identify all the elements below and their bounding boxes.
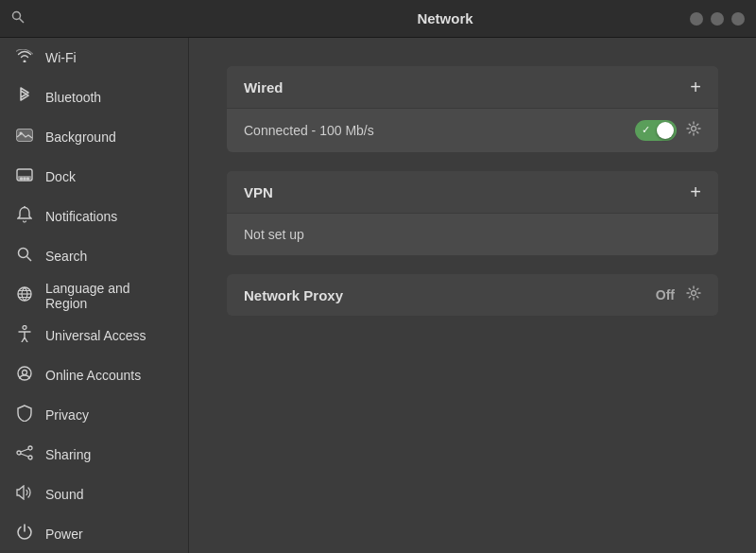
sidebar-item-privacy[interactable]: Privacy	[0, 395, 188, 435]
wired-toggle[interactable]: ✓	[635, 120, 677, 141]
window-btn-maximize[interactable]	[731, 12, 745, 26]
sidebar-item-wifi-label: Wi-Fi	[45, 50, 173, 65]
sidebar-item-bluetooth-label: Bluetooth	[45, 90, 173, 105]
svg-point-21	[17, 451, 21, 455]
proxy-section-title: Network Proxy	[244, 287, 343, 303]
proxy-gear-button[interactable]	[686, 285, 701, 304]
wired-connection-row: Connected - 100 Mb/s ✓	[227, 108, 718, 152]
sidebar-item-privacy-label: Privacy	[45, 407, 173, 423]
sidebar-item-background-label: Background	[45, 130, 173, 145]
svg-line-1	[20, 19, 25, 24]
svg-point-19	[23, 371, 27, 375]
sidebar-item-language[interactable]: Language and Region	[0, 276, 188, 316]
titlebar-search-icon	[11, 10, 25, 26]
titlebar-search-area	[11, 10, 200, 26]
accounts-icon	[15, 366, 34, 385]
sidebar-item-background[interactable]: Background	[0, 117, 188, 157]
vpn-section-title: VPN	[244, 184, 273, 200]
sidebar-item-access-label: Universal Access	[45, 328, 173, 343]
bluetooth-icon	[15, 87, 34, 108]
privacy-icon	[15, 405, 34, 425]
vpn-empty-label: Not set up	[227, 213, 718, 255]
svg-point-22	[28, 456, 32, 459]
sidebar-item-dock[interactable]: Dock	[0, 157, 188, 197]
svg-point-33	[692, 127, 696, 131]
sidebar-item-notifications-label: Notifications	[45, 209, 173, 224]
wired-add-button[interactable]: +	[690, 78, 701, 96]
power-icon	[15, 524, 34, 544]
sidebar-item-power[interactable]: Power	[0, 514, 188, 553]
svg-line-23	[21, 449, 28, 452]
window-btn-minimize[interactable]	[711, 12, 724, 26]
sidebar-item-dock-label: Dock	[45, 169, 173, 184]
sidebar-item-wifi[interactable]: Wi-Fi	[0, 38, 188, 78]
content-area: Wired + Connected - 100 Mb/s ✓ VPN	[189, 38, 756, 553]
svg-rect-7	[20, 178, 23, 181]
svg-rect-8	[24, 178, 26, 181]
svg-rect-9	[26, 178, 29, 181]
window-controls	[690, 12, 745, 26]
proxy-status-label: Off	[656, 287, 675, 302]
window-btn-close[interactable]	[690, 12, 703, 26]
wired-section-header: Wired +	[227, 66, 718, 108]
sidebar-item-sound[interactable]: Sound	[0, 475, 188, 514]
sidebar-item-access[interactable]: Universal Access	[0, 316, 188, 355]
wifi-icon	[15, 49, 34, 66]
page-title: Network	[200, 10, 690, 26]
main-layout: Wi-Fi Bluetooth Background	[0, 38, 756, 553]
svg-line-24	[21, 454, 28, 457]
sidebar-item-accounts-label: Online Accounts	[45, 368, 173, 383]
svg-line-12	[27, 257, 32, 262]
sidebar-item-bluetooth[interactable]: Bluetooth	[0, 78, 188, 117]
sidebar-item-notifications[interactable]: Notifications	[0, 197, 188, 236]
svg-point-11	[19, 249, 28, 258]
proxy-section-header: Network Proxy Off	[227, 274, 718, 316]
sharing-icon	[15, 445, 34, 464]
wired-gear-button[interactable]	[686, 121, 701, 140]
dock-icon	[15, 168, 34, 185]
svg-point-20	[28, 446, 32, 450]
wired-connection-label: Connected - 100 Mb/s	[244, 123, 626, 138]
sidebar-item-language-label: Language and Region	[45, 281, 173, 311]
sidebar: Wi-Fi Bluetooth Background	[0, 38, 189, 553]
proxy-section: Network Proxy Off	[227, 274, 718, 316]
svg-point-34	[692, 291, 696, 296]
sidebar-item-sound-label: Sound	[45, 487, 173, 502]
titlebar: Network	[0, 0, 756, 38]
sound-icon	[15, 485, 34, 504]
wired-section: Wired + Connected - 100 Mb/s ✓	[227, 66, 718, 152]
svg-point-17	[23, 326, 26, 330]
universal-access-icon	[15, 325, 34, 346]
background-icon	[15, 129, 34, 146]
svg-point-10	[24, 206, 26, 208]
search-icon	[15, 247, 34, 266]
sidebar-item-search-label: Search	[45, 249, 173, 264]
wired-toggle-check-icon: ✓	[642, 124, 650, 136]
sidebar-item-power-label: Power	[45, 527, 173, 542]
wired-section-title: Wired	[244, 79, 284, 95]
notifications-icon	[15, 206, 34, 227]
sidebar-item-search[interactable]: Search	[0, 236, 188, 276]
svg-point-0	[13, 12, 21, 20]
sidebar-item-sharing-label: Sharing	[45, 447, 173, 462]
vpn-section: VPN + Not set up	[227, 171, 718, 255]
language-icon	[15, 286, 34, 305]
sidebar-item-accounts[interactable]: Online Accounts	[0, 355, 188, 395]
vpn-section-header: VPN +	[227, 171, 718, 213]
vpn-add-button[interactable]: +	[690, 182, 701, 201]
sidebar-item-sharing[interactable]: Sharing	[0, 435, 188, 475]
